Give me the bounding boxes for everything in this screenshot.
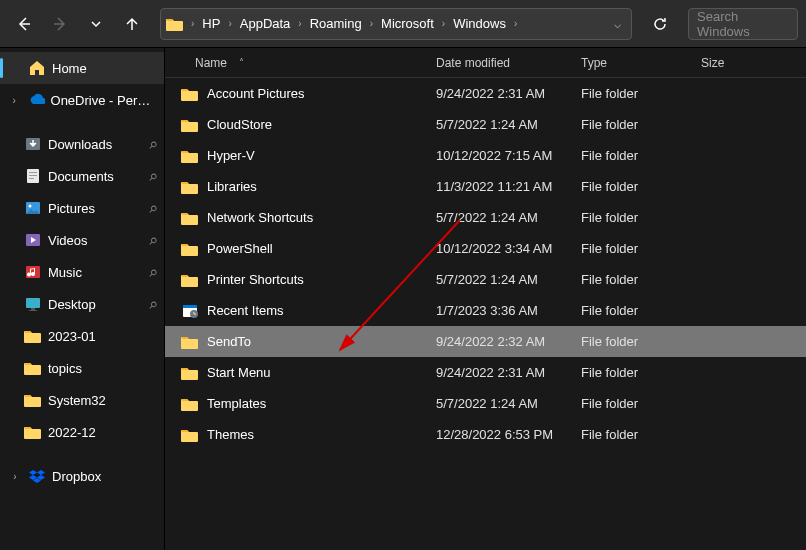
folder-icon [181, 271, 199, 289]
file-row[interactable]: Libraries 11/3/2022 11:21 AM File folder [165, 171, 806, 202]
file-type: File folder [575, 272, 695, 287]
folder-icon [181, 116, 199, 134]
chevron-right-icon[interactable]: › [189, 18, 196, 29]
file-list: Name˄ Date modified Type Size Account Pi… [165, 48, 806, 550]
sidebar-item[interactable]: topics [0, 352, 164, 384]
sidebar-item[interactable]: 2022-12 [0, 416, 164, 448]
chevron-right-icon[interactable]: › [8, 95, 21, 106]
forward-button[interactable] [44, 8, 76, 40]
folder-icon [181, 178, 199, 196]
download-icon [24, 135, 42, 153]
file-row[interactable]: PowerShell 10/12/2022 3:34 AM File folde… [165, 233, 806, 264]
column-header-date[interactable]: Date modified [430, 56, 575, 70]
sidebar-item-dropbox[interactable]: › Dropbox [0, 460, 164, 492]
recent-dropdown[interactable] [80, 8, 112, 40]
chevron-right-icon[interactable]: › [8, 471, 22, 482]
chevron-right-icon[interactable]: › [226, 18, 233, 29]
file-type: File folder [575, 365, 695, 380]
file-name: CloudStore [207, 117, 272, 132]
breadcrumb-item[interactable]: Windows [447, 14, 512, 33]
file-date: 10/12/2022 3:34 AM [430, 241, 575, 256]
file-row[interactable]: CloudStore 5/7/2022 1:24 AM File folder [165, 109, 806, 140]
chevron-right-icon[interactable]: › [512, 18, 519, 29]
sidebar-item[interactable]: 2023-01 [0, 320, 164, 352]
pictures-icon [24, 199, 42, 217]
chevron-right-icon[interactable]: › [440, 18, 447, 29]
file-date: 1/7/2023 3:36 AM [430, 303, 575, 318]
folder-icon [181, 209, 199, 227]
sidebar: Home › OneDrive - Personal Downloads⚲Doc… [0, 48, 165, 550]
file-row[interactable]: Network Shortcuts 5/7/2022 1:24 AM File … [165, 202, 806, 233]
folder-icon [181, 333, 199, 351]
chevron-right-icon[interactable]: › [296, 18, 303, 29]
sidebar-item-home[interactable]: Home [0, 52, 164, 84]
music-icon [24, 263, 42, 281]
file-date: 9/24/2022 2:32 AM [430, 334, 575, 349]
file-row[interactable]: Start Menu 9/24/2022 2:31 AM File folder [165, 357, 806, 388]
folder-icon [181, 85, 199, 103]
folder-icon [24, 391, 42, 409]
breadcrumb-item[interactable]: Roaming [304, 14, 368, 33]
pin-icon: ⚲ [146, 298, 159, 311]
chevron-right-icon[interactable]: › [368, 18, 375, 29]
pin-icon: ⚲ [146, 234, 159, 247]
file-row[interactable]: Hyper-V 10/12/2022 7:15 AM File folder [165, 140, 806, 171]
file-row[interactable]: Account Pictures 9/24/2022 2:31 AM File … [165, 78, 806, 109]
sidebar-item[interactable]: System32 [0, 384, 164, 416]
chevron-down-icon[interactable]: ⌵ [612, 17, 623, 31]
sidebar-item[interactable]: Documents⚲ [0, 160, 164, 192]
sidebar-item[interactable]: Desktop⚲ [0, 288, 164, 320]
file-type: File folder [575, 148, 695, 163]
file-row[interactable]: SendTo 9/24/2022 2:32 AM File folder [165, 326, 806, 357]
sidebar-item[interactable]: Music⚲ [0, 256, 164, 288]
file-date: 11/3/2022 11:21 AM [430, 179, 575, 194]
file-name: Network Shortcuts [207, 210, 313, 225]
column-header-row: Name˄ Date modified Type Size [165, 48, 806, 78]
file-row[interactable]: Templates 5/7/2022 1:24 AM File folder [165, 388, 806, 419]
file-type: File folder [575, 117, 695, 132]
toolbar: › HP›AppData›Roaming›Microsoft›Windows› … [0, 0, 806, 48]
file-name: Printer Shortcuts [207, 272, 304, 287]
column-header-name[interactable]: Name˄ [175, 56, 430, 70]
column-header-type[interactable]: Type [575, 56, 695, 70]
refresh-button[interactable] [644, 8, 676, 40]
file-date: 9/24/2022 2:31 AM [430, 86, 575, 101]
search-input[interactable]: Search Windows [688, 8, 798, 40]
file-type: File folder [575, 427, 695, 442]
sidebar-item[interactable]: Downloads⚲ [0, 128, 164, 160]
file-name: Account Pictures [207, 86, 305, 101]
sidebar-item-onedrive[interactable]: › OneDrive - Personal [0, 84, 164, 116]
breadcrumb-item[interactable]: AppData [234, 14, 297, 33]
file-date: 5/7/2022 1:24 AM [430, 117, 575, 132]
sidebar-item[interactable]: Pictures⚲ [0, 192, 164, 224]
file-row[interactable]: Printer Shortcuts 5/7/2022 1:24 AM File … [165, 264, 806, 295]
file-type: File folder [575, 334, 695, 349]
file-row[interactable]: Recent Items 1/7/2023 3:36 AM File folde… [165, 295, 806, 326]
file-date: 5/7/2022 1:24 AM [430, 272, 575, 287]
breadcrumb[interactable]: › HP›AppData›Roaming›Microsoft›Windows› … [160, 8, 632, 40]
sidebar-item[interactable]: Videos⚲ [0, 224, 164, 256]
file-type: File folder [575, 303, 695, 318]
videos-icon [24, 231, 42, 249]
file-name: Templates [207, 396, 266, 411]
breadcrumb-item[interactable]: Microsoft [375, 14, 440, 33]
file-date: 9/24/2022 2:31 AM [430, 365, 575, 380]
document-icon [24, 167, 42, 185]
up-button[interactable] [116, 8, 148, 40]
column-header-size[interactable]: Size [695, 56, 806, 70]
file-name: Libraries [207, 179, 257, 194]
file-date: 12/28/2022 6:53 PM [430, 427, 575, 442]
back-button[interactable] [8, 8, 40, 40]
breadcrumb-item[interactable]: HP [196, 14, 226, 33]
recent-icon [181, 302, 199, 320]
file-name: Hyper-V [207, 148, 255, 163]
file-row[interactable]: Themes 12/28/2022 6:53 PM File folder [165, 419, 806, 450]
file-name: Recent Items [207, 303, 284, 318]
folder-icon [181, 240, 199, 258]
folder-icon [24, 359, 42, 377]
desktop-icon [24, 295, 42, 313]
pin-icon: ⚲ [146, 202, 159, 215]
folder-icon [181, 364, 199, 382]
file-name: PowerShell [207, 241, 273, 256]
file-type: File folder [575, 179, 695, 194]
